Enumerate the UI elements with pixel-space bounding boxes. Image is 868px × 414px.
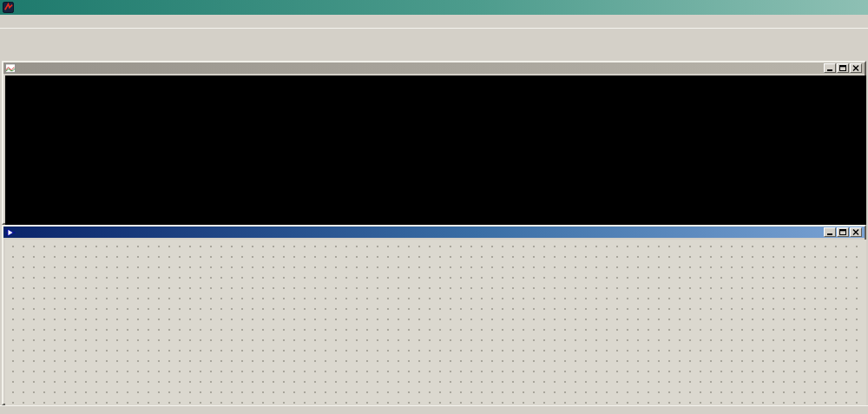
schematic-window <box>2 225 866 405</box>
waveform-window-title-bar[interactable] <box>3 62 865 74</box>
plot-minimize-button[interactable] <box>824 63 836 73</box>
schematic-close-button[interactable] <box>850 227 862 237</box>
plot-close-button[interactable] <box>850 63 862 73</box>
schematic-canvas[interactable] <box>5 240 866 405</box>
ltspice-app-icon <box>3 2 14 13</box>
tab-bar <box>0 49 868 61</box>
menu-bar <box>0 15 868 28</box>
status-bar <box>0 405 868 414</box>
waveform-window-icon <box>5 63 16 74</box>
waveform-window <box>2 61 866 225</box>
schematic-minimize-button[interactable] <box>824 227 836 237</box>
waveform-plot-area[interactable] <box>5 76 866 225</box>
plot-restore-button[interactable] <box>837 63 849 73</box>
schematic-restore-button[interactable] <box>837 227 849 237</box>
schematic-window-title-bar[interactable] <box>3 227 865 238</box>
schematic-window-icon <box>5 227 16 238</box>
toolbar <box>0 28 868 49</box>
app-title-bar <box>0 0 868 15</box>
